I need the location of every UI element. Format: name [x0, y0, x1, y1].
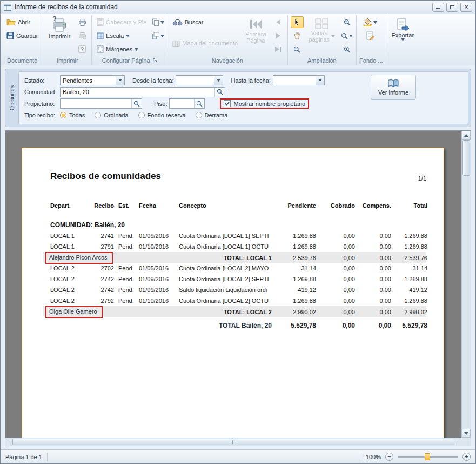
save-button-label: Guardar [16, 32, 38, 39]
pointer-icon [294, 18, 300, 26]
quick-print-button[interactable] [76, 16, 89, 28]
ver-informe-button[interactable]: Ver informe [371, 75, 416, 100]
maximize-button[interactable] [446, 3, 458, 12]
comunidad-input[interactable]: Bailén, 20 [60, 87, 225, 97]
scale-label: Escala [106, 32, 124, 39]
options-tab-label: Opciones [9, 85, 15, 110]
group-label-documento: Documento [4, 56, 40, 65]
dropdown-arrow-icon[interactable] [214, 76, 223, 85]
dialog-launcher-icon[interactable] [152, 58, 157, 63]
header-footer-label: Cabecera y Pie [106, 19, 146, 25]
piso-input[interactable] [169, 98, 205, 109]
multiple-pages-icon [314, 18, 330, 30]
scale-button[interactable]: Escala [95, 30, 149, 42]
table-cell: Pend. [114, 276, 139, 282]
radio-derrama[interactable]: Derrama [196, 112, 228, 118]
report-title: Recibos de comunidades [50, 171, 161, 182]
radio-label: Derrama [205, 112, 228, 118]
table-cell: 1.269,88 [272, 243, 316, 250]
mostrar-checkbox[interactable] [224, 100, 231, 107]
print-button[interactable]: ? Imprimir [46, 16, 73, 41]
zoom-level-button[interactable] [340, 30, 353, 42]
zoom-in-button[interactable]: + [462, 453, 471, 461]
save-button[interactable]: Guardar [4, 30, 40, 42]
table-cell: 419,12 [391, 287, 427, 293]
close-button[interactable]: × [460, 3, 472, 12]
subtotal-value: 2.539,76 [391, 255, 427, 261]
scroll-up-button[interactable] [462, 131, 471, 140]
radio-icon [196, 112, 202, 118]
group-label-fondo: Fondo ... [359, 56, 383, 65]
magnifier-icon[interactable] [131, 99, 142, 108]
status-zoom-text: 100% [366, 454, 381, 460]
radio-fondo-reserva[interactable]: Fondo reserva [138, 112, 186, 118]
zoom-slider[interactable] [398, 453, 458, 461]
export-button[interactable]: Exportar [389, 16, 417, 43]
dropdown-arrow-icon[interactable] [316, 76, 324, 85]
zoom-slider-thumb[interactable] [425, 453, 430, 460]
magnifier-icon[interactable] [214, 88, 225, 97]
previous-page-icon [275, 19, 281, 25]
table-cell: 0,00 [316, 243, 355, 250]
pointer-tool-button[interactable] [291, 16, 304, 28]
zoom-out-button[interactable]: − [385, 453, 393, 461]
print-settings-button[interactable] [76, 30, 89, 42]
table-cell: 0,00 [316, 233, 355, 239]
previous-page-button[interactable] [272, 16, 285, 28]
document-map-button[interactable]: Mapa del documento [170, 37, 240, 49]
horizontal-scrollbar[interactable] [5, 438, 461, 446]
minimize-icon [436, 5, 440, 9]
table-cell: 419,12 [272, 287, 316, 293]
watermark-button[interactable] [359, 30, 381, 42]
magnifier-icon[interactable] [194, 99, 204, 108]
scroll-down-button[interactable] [462, 429, 471, 438]
ribbon-group-configurar-pagina: Cabecera y Pie Escala Márgenes [92, 15, 167, 65]
open-button[interactable]: Abrir [4, 16, 32, 28]
multiple-pages-button[interactable]: Varias páginas [306, 16, 338, 44]
options-tab[interactable]: Opciones [5, 69, 18, 127]
fill-color-button[interactable] [359, 16, 381, 28]
propietario-input[interactable] [60, 98, 142, 109]
margins-icon [97, 45, 104, 53]
column-header: Total [391, 202, 427, 209]
zoom-plus-button[interactable] [340, 43, 353, 55]
minimize-button[interactable] [432, 3, 444, 12]
help-button[interactable]: ? [76, 43, 89, 55]
report-data-row: LOCAL 22702Pend.01/05/2016Cuota Ordinari… [50, 263, 426, 274]
search-button[interactable]: Buscar [170, 16, 240, 28]
search-label: Buscar [185, 19, 203, 25]
grandtotal-value: 5.529,78 [272, 322, 316, 329]
subtotal-value: 2.990,02 [272, 309, 316, 315]
horizontal-scrollbar-thumb[interactable] [12, 439, 454, 445]
vertical-scrollbar[interactable] [461, 131, 471, 438]
first-page-button[interactable]: Primera Página [243, 16, 269, 45]
orientation-button[interactable] [151, 30, 164, 42]
report-subtotal-row: Olga Olle GameroTOTAL: LOCAL 22.990,020,… [50, 306, 426, 317]
ribbon-group-exportar: Exportar [386, 15, 420, 65]
table-cell: 1.269,88 [391, 297, 427, 304]
header-footer-button[interactable]: Cabecera y Pie [95, 16, 149, 28]
print-icon: ? [51, 18, 68, 33]
radio-ordinaria[interactable]: Ordinaria [95, 112, 128, 118]
margins-button[interactable]: Márgenes [95, 43, 149, 55]
dropdown-arrow-icon[interactable] [116, 76, 124, 85]
last-page-button[interactable] [272, 43, 285, 55]
radio-todas[interactable]: Todas [60, 112, 85, 118]
hasta-date-combobox[interactable] [273, 75, 325, 85]
zoom-out-tool-button[interactable] [291, 43, 304, 55]
next-page-button[interactable] [272, 30, 285, 42]
hand-icon [293, 32, 300, 39]
hand-tool-button[interactable] [291, 30, 304, 42]
paper-size-button[interactable] [151, 16, 164, 28]
table-cell: 31,14 [391, 265, 427, 271]
open-button-label: Abrir [18, 19, 30, 25]
report-data-row: LOCAL 12741Pend.01/09/2016Cuota Ordinari… [50, 230, 426, 241]
vertical-scrollbar-thumb[interactable] [462, 140, 470, 176]
column-header: Compens. [355, 202, 391, 209]
desde-date-combobox[interactable] [176, 75, 223, 85]
radio-label: Todas [69, 112, 85, 118]
zoom-minus-button[interactable] [340, 16, 353, 28]
estado-value: Pendientes [61, 77, 116, 84]
report-table-body: LOCAL 12741Pend.01/09/2016Cuota Ordinari… [50, 230, 426, 332]
estado-combobox[interactable]: Pendientes [60, 75, 125, 85]
